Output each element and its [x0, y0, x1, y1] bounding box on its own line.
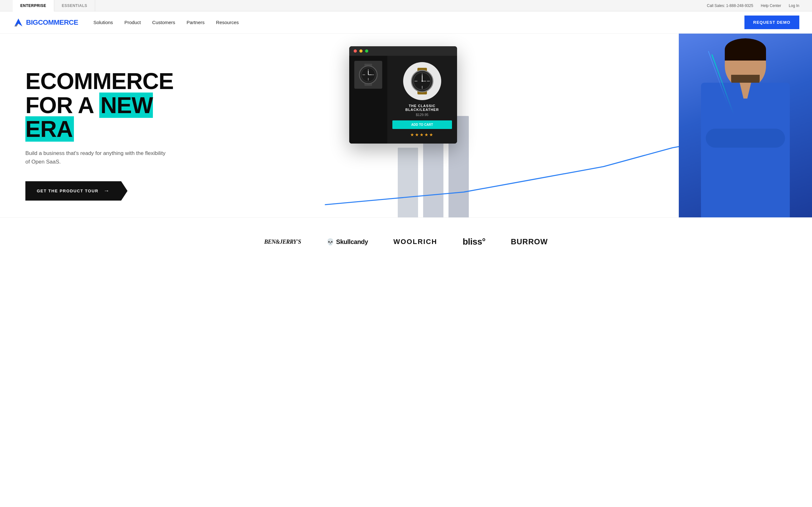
brand-skullcandy: 💀 Skullcandy	[326, 238, 368, 245]
nav-left: BIGCOMMERCE Solutions Product Customers …	[13, 17, 239, 28]
arrow-icon: →	[103, 187, 110, 194]
hero-title-highlight: NEW ERA	[26, 93, 153, 142]
hero-cta-button[interactable]: GET THE PRODUCT TOUR →	[26, 181, 128, 201]
brand-woolrich: WOOLRICH	[393, 238, 437, 246]
hero-content: ECOMMERCE FOR A NEW ERA Build a business…	[0, 69, 197, 201]
hero-section: ECOMMERCE FOR A NEW ERA Build a business…	[0, 34, 812, 217]
mockup-body: THE CLASSICBLACK/LEATHER $129.95 ADD TO …	[349, 56, 457, 144]
brands-section: BEN&JERRY'S 💀 Skullcandy WOOLRICH bliss°…	[0, 217, 812, 266]
request-demo-button[interactable]: REQUEST DEMO	[745, 15, 799, 29]
call-sales-link[interactable]: Call Sales: 1-888-248-9325	[707, 3, 753, 8]
watch-svg-large	[406, 65, 438, 97]
tab-enterprise[interactable]: ENTERPRISE	[13, 0, 54, 11]
nav-product[interactable]: Product	[124, 20, 141, 25]
brand-woolrich-text: WOOLRICH	[393, 238, 437, 246]
help-center-link[interactable]: Help Center	[761, 3, 781, 8]
mockup-titlebar	[349, 46, 457, 56]
watch-svg-small	[356, 62, 381, 88]
product-title: THE CLASSICBLACK/LEATHER	[405, 104, 439, 112]
hero-visual: THE CLASSICBLACK/LEATHER $129.95 ADD TO …	[325, 34, 812, 217]
login-link[interactable]: Log In	[789, 3, 799, 8]
product-card-mockup: THE CLASSICBLACK/LEATHER $129.95 ADD TO …	[349, 46, 457, 144]
hero-title-line2: FOR A NEW ERA	[26, 93, 153, 142]
brand-skullcandy-text: Skullcandy	[336, 238, 368, 245]
dot-green	[365, 49, 368, 53]
svg-point-22	[421, 80, 423, 82]
logo[interactable]: BIGCOMMERCE	[13, 17, 78, 28]
hero-subtitle: Build a business that's ready for anythi…	[26, 149, 171, 166]
tab-essentials[interactable]: ESSENTIALS	[54, 0, 95, 11]
add-to-cart-button[interactable]: ADD TO CART	[392, 120, 452, 129]
logo-big: BIG	[26, 18, 38, 26]
brand-bliss: bliss°	[462, 237, 485, 247]
hero-title-line1: ECOMMERCE	[26, 68, 173, 94]
dot-yellow	[359, 49, 362, 53]
logo-text: BIGCOMMERCE	[26, 18, 78, 26]
nav-links: Solutions Product Customers Partners Res…	[93, 20, 239, 25]
nav-solutions[interactable]: Solutions	[93, 20, 113, 25]
main-nav: BIGCOMMERCE Solutions Product Customers …	[0, 11, 812, 34]
brand-burrow-text: BURROW	[511, 237, 548, 246]
hero-cta-label: GET THE PRODUCT TOUR	[37, 188, 98, 193]
top-bar-right: Call Sales: 1-888-248-9325 Help Center L…	[707, 3, 800, 8]
brand-bliss-text: bliss°	[462, 237, 485, 247]
brand-burrow: BURROW	[511, 237, 548, 246]
mockup-sidebar	[349, 56, 387, 144]
product-price: $129.95	[416, 113, 428, 117]
nav-resources[interactable]: Resources	[216, 20, 239, 25]
star-rating: ★★★★★	[410, 132, 434, 137]
mockup-main: THE CLASSICBLACK/LEATHER $129.95 ADD TO …	[387, 56, 457, 144]
watch-thumbnail	[354, 61, 382, 89]
top-bar: ENTERPRISE ESSENTIALS Call Sales: 1-888-…	[0, 0, 812, 11]
brand-ben-jerrys: BEN&JERRY'S	[264, 239, 301, 245]
nav-customers[interactable]: Customers	[152, 20, 175, 25]
dot-red	[354, 49, 357, 53]
svg-marker-0	[14, 18, 22, 26]
person-image	[679, 34, 812, 217]
watch-circle	[403, 62, 441, 100]
top-bar-tabs: ENTERPRISE ESSENTIALS	[13, 0, 95, 11]
logo-commerce: COMMERCE	[38, 18, 78, 26]
brand-ben-jerrys-text: BEN&JERRY'S	[264, 239, 301, 245]
hero-title: ECOMMERCE FOR A NEW ERA	[26, 69, 171, 141]
nav-partners[interactable]: Partners	[187, 20, 205, 25]
logo-icon	[13, 17, 24, 28]
skull-icon: 💀	[326, 238, 334, 245]
